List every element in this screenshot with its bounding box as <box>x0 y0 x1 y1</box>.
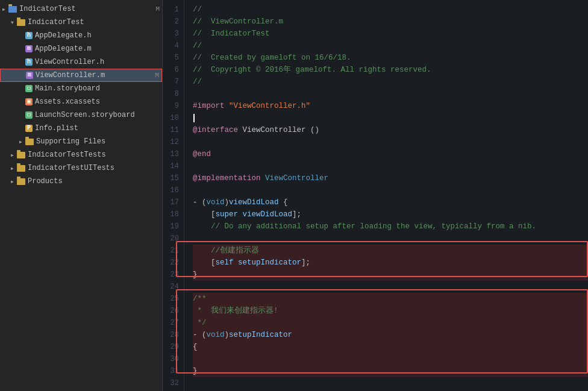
code-line-18: [super viewDidLoad]; <box>193 208 588 221</box>
line-number-23: 23 <box>163 269 184 281</box>
code-line-3: // IndicatorTest <box>193 28 588 40</box>
code-line-22: [self setupIndicator]; <box>193 257 588 269</box>
line-number-14: 14 <box>163 160 184 172</box>
line-number-8: 8 <box>163 88 184 100</box>
sidebar-item-indicatoruitests[interactable]: IndicatorTestUITests <box>0 161 162 175</box>
sidebar-item-appdelegate-m[interactable]: mAppDelegate.m <box>0 42 162 55</box>
line-number-1: 1 <box>163 4 184 16</box>
code-line-13: @end <box>193 148 588 160</box>
line-number-27: 27 <box>163 317 184 329</box>
sidebar-item-main-storyboard[interactable]: ◻Main.storyboard <box>0 82 162 95</box>
sidebar-item-group1[interactable]: IndicatorTest <box>0 16 162 29</box>
code-line-8 <box>193 88 588 100</box>
code-line-23: } <box>193 269 588 281</box>
line-number-2: 2 <box>163 16 184 28</box>
code-line-27: */ <box>193 317 588 329</box>
line-number-10: 10 <box>163 112 184 124</box>
line-number-6: 6 <box>163 64 184 76</box>
line-numbers: 1234567891011121314151617181920212223242… <box>163 0 184 391</box>
code-line-14 <box>193 160 588 172</box>
line-number-16: 16 <box>163 184 184 196</box>
code-line-6: // Copyright © 2016年 gameloft. All right… <box>193 64 588 76</box>
code-line-1: // <box>193 4 588 16</box>
line-number-15: 15 <box>163 172 184 184</box>
code-line-20 <box>193 233 588 245</box>
line-number-13: 13 <box>163 148 184 160</box>
line-number-24: 24 <box>163 281 184 293</box>
code-line-5: // Created by gameloft on 16/6/18. <box>193 52 588 64</box>
line-number-4: 4 <box>163 40 184 52</box>
code-line-29: { <box>193 341 588 353</box>
line-number-12: 12 <box>163 136 184 148</box>
code-line-31: } <box>193 365 588 377</box>
file-tree: IndicatorTestMIndicatorTesthAppDelegate.… <box>0 0 163 391</box>
sidebar-item-supporting[interactable]: Supporting Files <box>0 135 162 148</box>
sidebar-item-launchscreen[interactable]: ◻LaunchScreen.storyboard <box>0 108 162 122</box>
line-number-5: 5 <box>163 52 184 64</box>
line-number-22: 22 <box>163 257 184 269</box>
sidebar-item-info-plist[interactable]: PInfo.plist <box>0 122 162 135</box>
line-number-9: 9 <box>163 100 184 112</box>
code-line-28: - (void)setupIndicator <box>193 329 588 341</box>
line-number-21: 21 <box>163 245 184 257</box>
code-line-15: @implementation ViewController <box>193 172 588 184</box>
code-line-24 <box>193 281 588 293</box>
line-number-20: 20 <box>163 233 184 245</box>
line-number-26: 26 <box>163 305 184 317</box>
line-number-18: 18 <box>163 208 184 221</box>
line-number-11: 11 <box>163 124 184 136</box>
code-line-9: #import "ViewController.h" <box>193 100 588 112</box>
line-number-28: 28 <box>163 329 184 341</box>
code-line-7: // <box>193 76 588 88</box>
line-number-29: 29 <box>163 341 184 353</box>
line-number-17: 17 <box>163 196 184 208</box>
code-line-25: /** <box>193 293 588 305</box>
sidebar-item-root[interactable]: IndicatorTestM <box>0 2 162 16</box>
line-number-19: 19 <box>163 221 184 233</box>
line-number-31: 31 <box>163 365 184 377</box>
code-line-21: //创建指示器 <box>193 245 588 257</box>
sidebar-item-viewcontroller-m[interactable]: mViewController.mM <box>0 69 162 82</box>
code-line-4: // <box>193 40 588 52</box>
code-line-26: * 我们来创建指示器! <box>193 305 588 317</box>
code-line-17: - (void)viewDidLoad { <box>193 196 588 208</box>
sidebar-item-assets[interactable]: ▣Assets.xcassets <box>0 95 162 108</box>
line-number-32: 32 <box>163 377 184 389</box>
line-number-25: 25 <box>163 293 184 305</box>
code-content: // // ViewController.m // IndicatorTest … <box>184 0 588 391</box>
sidebar-item-appdelegate-h[interactable]: hAppDelegate.h <box>0 29 162 42</box>
code-line-10 <box>193 112 588 124</box>
code-line-2: // ViewController.m <box>193 16 588 28</box>
sidebar-item-products[interactable]: Products <box>0 175 162 188</box>
line-number-7: 7 <box>163 76 184 88</box>
code-line-32 <box>193 377 588 389</box>
line-number-30: 30 <box>163 353 184 365</box>
sidebar-item-indicatortests[interactable]: IndicatorTestTests <box>0 148 162 161</box>
code-line-19: // Do any additional setup after loading… <box>193 221 588 233</box>
code-line-30 <box>193 353 588 365</box>
code-line-16 <box>193 184 588 196</box>
code-line-11: @interface ViewController () <box>193 124 588 136</box>
code-line-12 <box>193 136 588 148</box>
line-number-3: 3 <box>163 28 184 40</box>
sidebar-item-viewcontroller-h[interactable]: hViewController.h <box>0 55 162 69</box>
code-editor: 1234567891011121314151617181920212223242… <box>163 0 588 391</box>
